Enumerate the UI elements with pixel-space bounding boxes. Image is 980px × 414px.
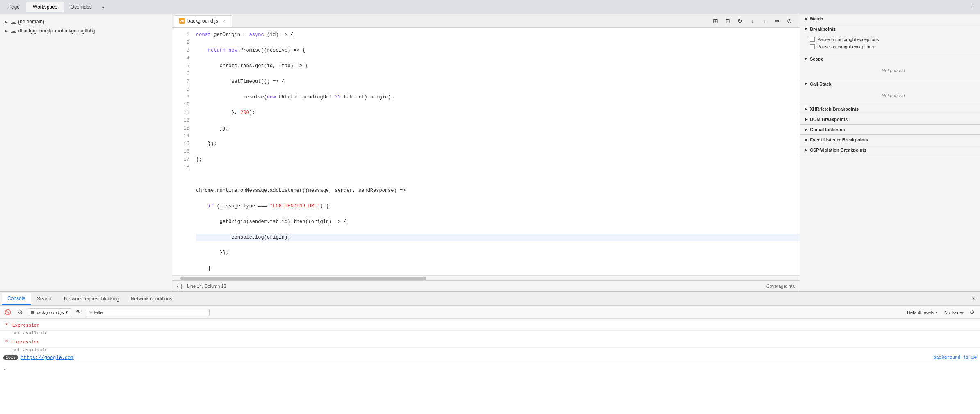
js-file-icon: JS bbox=[179, 18, 185, 24]
tab-page[interactable]: Page bbox=[2, 2, 26, 12]
refresh-button[interactable]: ↻ bbox=[735, 16, 745, 26]
file-tab-background-js[interactable]: JS background.js × bbox=[174, 15, 232, 27]
debug-header-xhr[interactable]: ▶XHR/fetch Breakpoints bbox=[800, 104, 980, 114]
tree-arrow-no-domain: ▶ bbox=[3, 19, 9, 25]
debug-label-watch: Watch bbox=[810, 16, 823, 21]
console-url-link[interactable]: https://google.com bbox=[21, 355, 74, 361]
expression-text-1: Expression bbox=[12, 321, 977, 330]
no-breakpoints-button[interactable]: ⊘ bbox=[784, 16, 795, 26]
checkbox-row-pause-on-uncaught-exceptions[interactable]: Pause on uncaught exceptions bbox=[810, 36, 977, 43]
step-up-button[interactable]: ↑ bbox=[759, 16, 770, 26]
code-line-13: getOrigin(sender.tab.id).then((origin) =… bbox=[196, 218, 800, 226]
checkbox-label: Pause on uncaught exceptions bbox=[817, 37, 879, 42]
split-editor-button[interactable]: ⊞ bbox=[710, 16, 721, 26]
tree-item-extension[interactable]: ▶ ☁ dhncfgigohnejlpcnmbmkgnppglfhbij bbox=[0, 26, 172, 35]
debug-label-global: Global Listeners bbox=[810, 127, 845, 132]
coverage-status: Coverage: n/a bbox=[766, 284, 795, 289]
source-dot bbox=[31, 311, 34, 314]
code-line-7: }); bbox=[196, 125, 800, 132]
more-tabs-button[interactable]: » bbox=[98, 3, 107, 11]
expression-text-2: Expression bbox=[12, 338, 977, 346]
cloud-icon-extension: ☁ bbox=[10, 27, 16, 34]
debug-section-csp: ▶CSP Violation Breakpoints bbox=[800, 145, 980, 155]
console-filter-input[interactable]: ▽ Filter bbox=[87, 309, 210, 316]
debug-header-watch[interactable]: ▶Watch bbox=[800, 14, 980, 24]
code-horizontal-scrollbar[interactable] bbox=[172, 275, 800, 280]
clear-console-button[interactable]: 🚫 bbox=[3, 308, 12, 317]
source-label: background.js bbox=[36, 310, 64, 315]
code-area[interactable]: 123456789101112131415161718 const getOri… bbox=[172, 28, 800, 275]
console-sub-1: not available bbox=[0, 331, 980, 337]
console-settings-button[interactable]: ⚙ bbox=[968, 308, 977, 317]
scrollbar-thumb[interactable] bbox=[180, 277, 426, 280]
code-line-1: const getOrigin = async (id) => { bbox=[196, 31, 800, 39]
checkbox-pause-on-uncaught-exceptions[interactable] bbox=[810, 37, 815, 42]
code-line-10 bbox=[196, 171, 800, 179]
debug-header-breakpoints[interactable]: ▼Breakpoints bbox=[800, 24, 980, 34]
console-prompt[interactable]: › bbox=[0, 364, 980, 374]
file-tree: ▶ ☁ (no domain) ▶ ☁ dhncfgigohnejlpcnmbm… bbox=[0, 14, 172, 291]
debug-arrow-global: ▶ bbox=[803, 127, 808, 132]
tab-console[interactable]: Console bbox=[2, 293, 31, 305]
source-ref-link[interactable]: background.js:14 bbox=[933, 355, 977, 360]
debug-label-csp: CSP Violation Breakpoints bbox=[810, 148, 866, 152]
debug-body-breakpoints: Pause on uncaught exceptionsPause on cau… bbox=[800, 34, 980, 54]
tree-arrow-extension: ▶ bbox=[3, 28, 9, 34]
code-content[interactable]: const getOrigin = async (id) => { return… bbox=[193, 28, 800, 275]
source-dropdown-arrow: ▾ bbox=[66, 309, 68, 315]
debug-section-event: ▶Event Listener Breakpoints bbox=[800, 135, 980, 145]
code-line-14: console.log(origin); bbox=[196, 234, 800, 241]
bottom-tab-bar: Console Search Network request blocking … bbox=[0, 292, 980, 306]
tab-search[interactable]: Search bbox=[31, 293, 58, 304]
not-paused-scope: Not paused bbox=[810, 66, 977, 75]
dots-menu-button[interactable]: ⋮ bbox=[968, 2, 978, 12]
file-tab-close-button[interactable]: × bbox=[221, 18, 227, 24]
code-line-9: }; bbox=[196, 156, 800, 164]
error-icon-1: × bbox=[3, 321, 10, 328]
code-line-16: } bbox=[196, 265, 800, 273]
console-levels-select[interactable]: Default levels ▾ bbox=[907, 310, 938, 315]
tab-network-conditions[interactable]: Network conditions bbox=[125, 293, 178, 304]
debug-arrow-csp: ▶ bbox=[803, 148, 808, 152]
debug-section-dom: ▶DOM Breakpoints bbox=[800, 114, 980, 125]
debug-header-csp[interactable]: ▶CSP Violation Breakpoints bbox=[800, 145, 980, 155]
debug-arrow-event: ▶ bbox=[803, 137, 808, 142]
debug-header-scope[interactable]: ▼Scope bbox=[800, 54, 980, 64]
debug-header-dom[interactable]: ▶DOM Breakpoints bbox=[800, 114, 980, 124]
bottom-panel: Console Search Network request blocking … bbox=[0, 291, 980, 414]
tab-workspace[interactable]: Workspace bbox=[26, 2, 64, 12]
error-icon-2: × bbox=[3, 338, 10, 345]
bottom-panel-close-button[interactable]: × bbox=[969, 294, 978, 304]
step-down-button[interactable]: ↓ bbox=[747, 16, 758, 26]
step-right-button[interactable]: ⇒ bbox=[772, 16, 782, 26]
status-bar: { } Line 14, Column 13 Coverage: n/a bbox=[172, 280, 800, 291]
console-entry-log: 1019 https://google.com background.js:14 bbox=[0, 354, 980, 364]
code-line-4: setTimeout(() => { bbox=[196, 78, 800, 86]
debug-label-event: Event Listener Breakpoints bbox=[810, 137, 868, 142]
code-line-8: }); bbox=[196, 140, 800, 148]
col-layout-button[interactable]: ⊟ bbox=[722, 16, 733, 26]
debug-arrow-scope: ▼ bbox=[803, 57, 808, 61]
console-source-select[interactable]: background.js ▾ bbox=[28, 308, 71, 316]
levels-arrow: ▾ bbox=[936, 310, 938, 314]
debug-header-event[interactable]: ▶Event Listener Breakpoints bbox=[800, 135, 980, 145]
checkbox-row-pause-on-caught-exceptions[interactable]: Pause on caught exceptions bbox=[810, 43, 977, 50]
console-entry-error-1: × Expression bbox=[0, 321, 980, 331]
debugger-panel: ▶Watch▼BreakpointsPause on uncaught exce… bbox=[800, 14, 980, 291]
code-line-12: if (message.type === "LOG_PENDING_URL") … bbox=[196, 202, 800, 210]
tab-network-blocking[interactable]: Network request blocking bbox=[58, 293, 125, 304]
debug-body-scope: Not paused bbox=[800, 64, 980, 79]
debug-header-callstack[interactable]: ▼Call Stack bbox=[800, 79, 980, 89]
tree-item-no-domain[interactable]: ▶ ☁ (no domain) bbox=[0, 17, 172, 26]
checkbox-label: Pause on caught exceptions bbox=[817, 44, 874, 49]
console-toolbar: 🚫 ⊘ background.js ▾ 👁 ▽ Filter Default l… bbox=[0, 306, 980, 319]
debug-arrow-breakpoints: ▼ bbox=[803, 27, 808, 32]
checkbox-pause-on-caught-exceptions[interactable] bbox=[810, 44, 815, 49]
debug-header-global[interactable]: ▶Global Listeners bbox=[800, 125, 980, 134]
tab-overrides[interactable]: Overrides bbox=[64, 2, 98, 12]
line-numbers: 123456789101112131415161718 bbox=[172, 28, 193, 275]
eye-button[interactable]: 👁 bbox=[74, 308, 83, 317]
no-issues-button[interactable]: ⊘ bbox=[16, 308, 25, 317]
debug-arrow-watch: ▶ bbox=[803, 16, 808, 21]
log-badge: 1019 bbox=[3, 355, 18, 360]
